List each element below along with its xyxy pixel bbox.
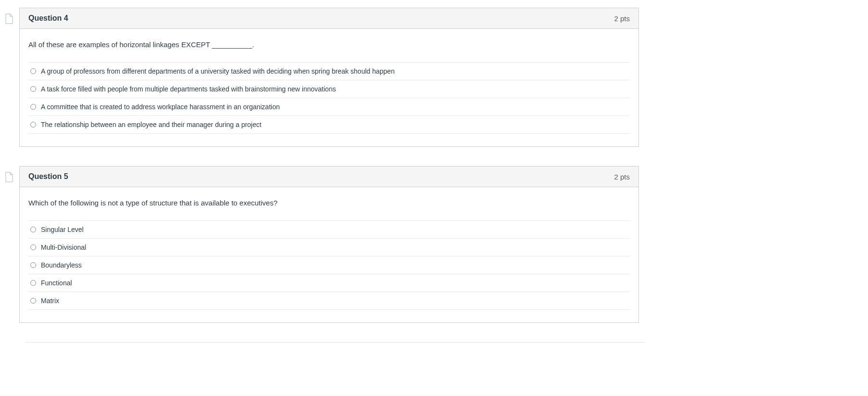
radio-icon[interactable]: [30, 86, 36, 92]
answer-option[interactable]: Singular Level: [28, 220, 630, 238]
answer-label: Boundaryless: [41, 261, 82, 269]
document-outline-icon: [5, 13, 13, 24]
question-wrapper: Question 4 2 pts All of these are exampl…: [5, 8, 863, 147]
radio-icon[interactable]: [30, 262, 36, 268]
answer-option[interactable]: A committee that is created to address w…: [28, 98, 630, 115]
answer-label: A committee that is created to address w…: [41, 103, 280, 111]
question-points: 2 pts: [614, 173, 630, 181]
question-body: Which of the following is not a type of …: [20, 187, 638, 322]
answer-option[interactable]: Functional: [28, 274, 630, 292]
answer-option[interactable]: Multi-Divisional: [28, 238, 630, 256]
question-box: Question 5 2 pts Which of the following …: [19, 166, 639, 323]
answers-list: Singular Level Multi-Divisional Boundary…: [28, 220, 630, 310]
answer-label: Multi-Divisional: [41, 243, 86, 251]
radio-icon[interactable]: [30, 280, 36, 286]
answer-label: The relationship between an employee and…: [41, 121, 261, 128]
answers-list: A group of professors from different dep…: [28, 62, 630, 134]
answer-option[interactable]: A task force filled with people from mul…: [28, 80, 630, 98]
answer-option[interactable]: Boundaryless: [28, 256, 630, 274]
radio-icon[interactable]: [30, 68, 36, 74]
answer-label: Singular Level: [41, 226, 84, 233]
question-wrapper: Question 5 2 pts Which of the following …: [5, 166, 863, 323]
radio-icon[interactable]: [30, 227, 36, 232]
radio-icon[interactable]: [30, 122, 36, 128]
radio-icon[interactable]: [30, 298, 36, 304]
question-text: Which of the following is not a type of …: [28, 198, 630, 208]
question-body: All of these are examples of horizontal …: [20, 29, 638, 146]
question-points: 2 pts: [614, 14, 630, 23]
answer-label: A task force filled with people from mul…: [41, 85, 336, 93]
horizontal-rule: [25, 342, 645, 343]
answer-option[interactable]: Matrix: [28, 292, 630, 310]
question-box: Question 4 2 pts All of these are exampl…: [19, 8, 639, 147]
answer-label: Matrix: [41, 297, 59, 305]
question-header: Question 4 2 pts: [20, 8, 638, 29]
answer-label: A group of professors from different dep…: [41, 67, 395, 75]
question-title: Question 5: [28, 172, 68, 181]
document-outline-icon: [5, 172, 13, 182]
question-text: All of these are examples of horizontal …: [28, 39, 630, 50]
question-header: Question 5 2 pts: [20, 166, 638, 187]
radio-icon[interactable]: [30, 244, 36, 250]
answer-option[interactable]: A group of professors from different dep…: [28, 62, 630, 80]
answer-option[interactable]: The relationship between an employee and…: [28, 115, 630, 134]
question-title: Question 4: [28, 14, 68, 23]
radio-icon[interactable]: [30, 104, 36, 110]
answer-label: Functional: [41, 279, 72, 287]
